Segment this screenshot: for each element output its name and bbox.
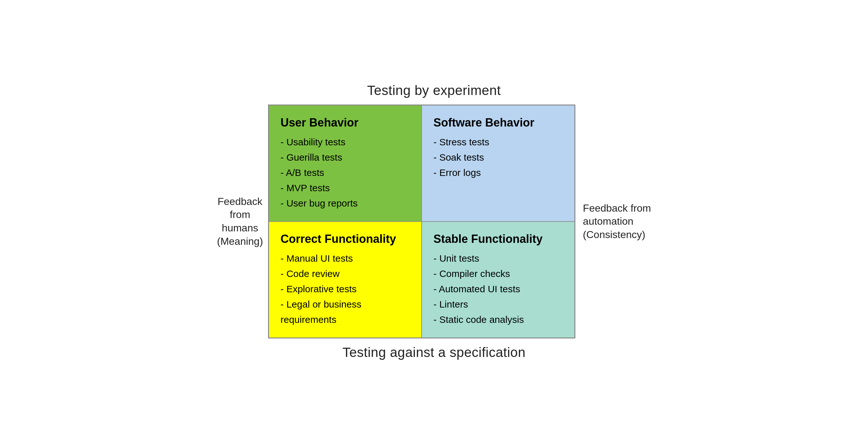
- list-item: Static code analysis: [433, 312, 563, 327]
- list-item: MVP tests: [280, 180, 410, 196]
- cell-user-behavior-list: Usability tests Guerilla tests A/B tests…: [280, 135, 410, 211]
- list-item: Legal or business requirements: [280, 297, 410, 327]
- list-item: A/B tests: [280, 165, 410, 180]
- list-item: Usability tests: [280, 135, 410, 150]
- cell-correct-functionality-list: Manual UI tests Code review Explorative …: [280, 251, 410, 327]
- right-axis-label: Feedback fromautomation(Consistency): [576, 202, 651, 242]
- list-item: Unit tests: [433, 251, 563, 266]
- bottom-label: Testing against a specification: [217, 345, 651, 360]
- list-item: Error logs: [433, 165, 563, 180]
- cell-user-behavior-title: User Behavior: [280, 116, 410, 129]
- cell-correct-functionality: Correct Functionality Manual UI tests Co…: [269, 222, 422, 338]
- cell-stable-functionality-list: Unit tests Compiler checks Automated UI …: [433, 251, 563, 327]
- list-item: Automated UI tests: [433, 281, 563, 297]
- cell-user-behavior: User Behavior Usability tests Guerilla t…: [269, 105, 422, 222]
- list-item: Guerilla tests: [280, 150, 410, 165]
- list-item: User bug reports: [280, 196, 410, 211]
- list-item: Manual UI tests: [280, 251, 410, 266]
- cell-stable-functionality-title: Stable Functionality: [433, 232, 563, 246]
- outer-container: Testing by experiment Feedbackfromhumans…: [217, 83, 651, 360]
- main-wrapper: Feedbackfromhumans(Meaning) User Behavio…: [217, 105, 651, 338]
- left-axis-label: Feedbackfromhumans(Meaning): [217, 195, 268, 248]
- list-item: Explorative tests: [280, 281, 410, 297]
- cell-stable-functionality: Stable Functionality Unit tests Compiler…: [422, 222, 575, 338]
- top-label: Testing by experiment: [217, 83, 651, 98]
- cell-software-behavior: Software Behavior Stress tests Soak test…: [422, 105, 575, 222]
- cell-software-behavior-list: Stress tests Soak tests Error logs: [433, 135, 563, 180]
- cell-software-behavior-title: Software Behavior: [433, 116, 563, 129]
- list-item: Compiler checks: [433, 266, 563, 281]
- list-item: Linters: [433, 297, 563, 312]
- list-item: Stress tests: [433, 135, 563, 150]
- list-item: Code review: [280, 266, 410, 281]
- cell-correct-functionality-title: Correct Functionality: [280, 232, 410, 246]
- quadrant-grid: User Behavior Usability tests Guerilla t…: [268, 105, 576, 338]
- list-item: Soak tests: [433, 150, 563, 165]
